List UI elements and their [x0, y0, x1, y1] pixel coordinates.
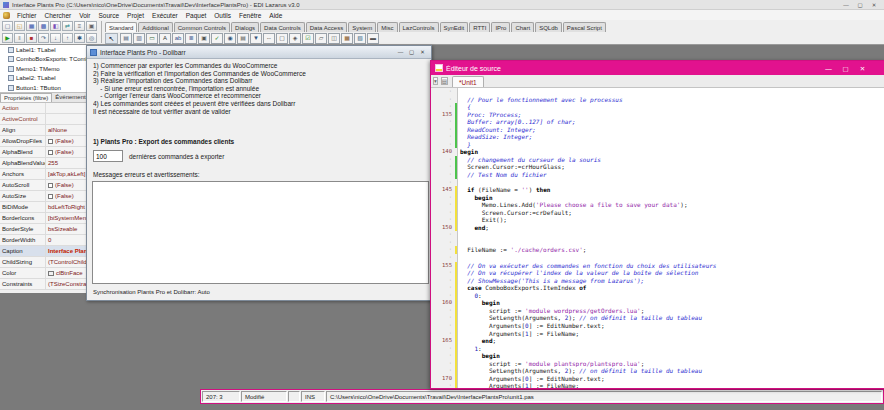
editor-list-icon[interactable]: ▤ — [441, 77, 448, 85]
palette-tab[interactable]: SynEdit — [440, 22, 469, 32]
inspector-tab[interactable]: Événements — [52, 93, 87, 102]
property-row[interactable]: CaptionInterface Plants Pro - Dolibarr — [0, 246, 87, 257]
close-button[interactable]: ✕ — [867, 2, 881, 8]
ttogglebox-icon[interactable]: ▣ — [198, 33, 210, 44]
property-row[interactable]: AlignalNone — [0, 125, 87, 136]
tcheckgroup-icon[interactable]: ☑ — [302, 33, 314, 44]
property-value[interactable]: clBtnFace — [46, 268, 87, 278]
property-grid[interactable]: ActionActiveControlAlignalNoneAllowDropF… — [0, 103, 87, 290]
editor-close-button[interactable]: ✕ — [854, 62, 871, 75]
palette-tab[interactable]: LazControls — [399, 22, 439, 32]
palette-tab[interactable]: IPro — [491, 22, 510, 32]
property-value[interactable]: (False) — [46, 191, 87, 201]
tlabel-icon[interactable]: A — [159, 33, 171, 44]
property-row[interactable]: ActiveControl — [0, 114, 87, 125]
property-row[interactable]: ChildSizing(TControlChildSizing) — [0, 257, 87, 268]
checkbox-icon[interactable] — [48, 183, 53, 188]
tactionlist-icon[interactable]: ▦ — [341, 33, 353, 44]
menu-item[interactable]: Projet — [123, 12, 148, 19]
property-row[interactable]: BorderIcons[biSystemMenu,biMinimize,biMa… — [0, 213, 87, 224]
menu-item[interactable]: Exécuter — [148, 12, 182, 19]
step-into-icon[interactable]: ↓ — [50, 33, 61, 43]
palette-tab[interactable]: Standard — [105, 22, 137, 32]
editor-maximize-button[interactable]: ▢ — [837, 62, 854, 75]
property-value[interactable]: (TSizeConstraints) — [46, 279, 87, 289]
ide-titlebar[interactable]: Interface Plants Pro (C:\Users\nico\OneD… — [0, 0, 884, 10]
tradiogroup-icon[interactable]: ◈ — [289, 33, 301, 44]
checkbox-icon[interactable] — [48, 194, 53, 199]
property-value[interactable]: (False) — [46, 147, 87, 157]
timagelist-icon[interactable]: ▧ — [354, 33, 366, 44]
editor-minimize-button[interactable]: — — [820, 62, 837, 75]
new-unit-icon[interactable]: ▢ — [2, 21, 13, 31]
checkbox-icon[interactable] — [48, 139, 53, 144]
pause-icon[interactable]: ‖ — [14, 33, 25, 43]
component-tree-item[interactable]: Button1: TButton — [0, 83, 87, 93]
menu-item[interactable]: Chercher — [41, 12, 76, 19]
tcheckbox-icon[interactable]: ✓ — [211, 33, 223, 44]
palette-tab[interactable]: Pascal Script — [563, 22, 606, 32]
property-value[interactable]: alNone — [46, 125, 87, 135]
menu-item[interactable]: Paquet — [182, 12, 211, 19]
palette-tab[interactable]: Dialogs — [231, 22, 259, 32]
checkbox-icon[interactable] — [48, 150, 53, 155]
property-row[interactable]: Constraints(TSizeConstraints) — [0, 279, 87, 290]
property-row[interactable]: AlphaBlend(False) — [0, 147, 87, 158]
palette-tab[interactable]: Misc — [377, 22, 397, 32]
tmemo-icon[interactable]: ≣ — [185, 33, 197, 44]
component-tree-item[interactable]: Label2: TLabel — [0, 74, 87, 84]
tbutton-icon[interactable]: ▭ — [146, 33, 158, 44]
property-value[interactable]: (TControlChildSizing) — [46, 257, 87, 267]
property-row[interactable]: AllowDropFiles(False) — [0, 136, 87, 147]
view-units-icon[interactable]: ≡ — [74, 21, 85, 31]
component-tree-item[interactable]: ComboBoxExports: TComboBox — [0, 55, 87, 65]
minimize-button[interactable]: — — [839, 2, 853, 8]
tstatusbar-icon[interactable]: ▬ — [367, 33, 379, 44]
property-value[interactable]: 255 — [46, 158, 87, 168]
property-row[interactable]: AutoScroll(False) — [0, 180, 87, 191]
tpanel-icon[interactable]: ▱ — [315, 33, 327, 44]
view-forms-icon[interactable]: ▣ — [86, 21, 97, 31]
toggle-form-unit-icon[interactable]: ⇄ — [62, 21, 73, 31]
tedit-icon[interactable]: ab — [172, 33, 184, 44]
form-titlebar[interactable]: Interface Plants Pro - Dolibarr — ▢ ✕ — [87, 46, 431, 59]
run-icon[interactable]: ▶ — [2, 33, 13, 43]
target-icon[interactable]: ◎ — [86, 33, 97, 43]
tcombobox-icon[interactable]: ▼ — [250, 33, 262, 44]
property-value[interactable]: Interface Plants Pro - Dolibarr — [46, 246, 87, 256]
form-minimize-button[interactable]: — — [395, 49, 406, 55]
property-value[interactable]: bsSizeable — [46, 224, 87, 234]
editor-jump-icon[interactable]: ▾ — [433, 77, 438, 85]
messages-memo[interactable] — [92, 181, 429, 284]
property-value[interactable]: 0 — [46, 235, 87, 245]
palette-tab[interactable]: System — [348, 22, 376, 32]
property-value[interactable] — [46, 103, 87, 113]
tlistbox-icon[interactable]: ▤ — [237, 33, 249, 44]
tgroupbox-icon[interactable]: ▢ — [276, 33, 288, 44]
property-row[interactable]: BiDiModebdLeftToRight — [0, 202, 87, 213]
property-value[interactable] — [46, 114, 87, 124]
inspector-tab[interactable]: Propriétés (filtre) — [0, 93, 52, 102]
property-row[interactable]: ColorclBtnFace — [0, 268, 87, 279]
editor-titlebar[interactable]: Éditeur de source — ▢ ✕ — [431, 61, 884, 75]
tframe-icon[interactable]: ◫ — [328, 33, 340, 44]
property-row[interactable]: AlphaBlendValue255 — [0, 158, 87, 169]
palette-tab[interactable]: RTTI — [469, 22, 490, 32]
property-value[interactable]: [akTop,akLeft] — [46, 169, 87, 179]
component-tree[interactable]: Label1: TLabelComboBoxExports: TComboBox… — [0, 45, 87, 93]
save-icon[interactable]: ▦ — [26, 21, 37, 31]
tpopupmenu-icon[interactable]: ▥ — [133, 33, 145, 44]
palette-tab[interactable]: SQLdb — [535, 22, 562, 32]
property-value[interactable]: (False) — [46, 180, 87, 190]
open-icon[interactable]: ◱ — [14, 21, 25, 31]
save-all-icon[interactable]: ▩ — [38, 21, 49, 31]
form-maximize-button[interactable]: ▢ — [406, 49, 417, 55]
selector-tool-icon[interactable]: ↖ — [105, 33, 118, 44]
tab-unit1[interactable]: *Unit1 — [452, 76, 484, 87]
code-editor-area[interactable]: ·· // Pour le fonctionnement avec le pro… — [431, 88, 884, 388]
palette-tab[interactable]: Data Controls — [260, 22, 305, 32]
step-out-icon[interactable]: ↑ — [62, 33, 73, 43]
property-row[interactable]: BorderWidth0 — [0, 235, 87, 246]
property-value[interactable]: bdLeftToRight — [46, 202, 87, 212]
menu-item[interactable]: Fichier — [13, 12, 41, 19]
